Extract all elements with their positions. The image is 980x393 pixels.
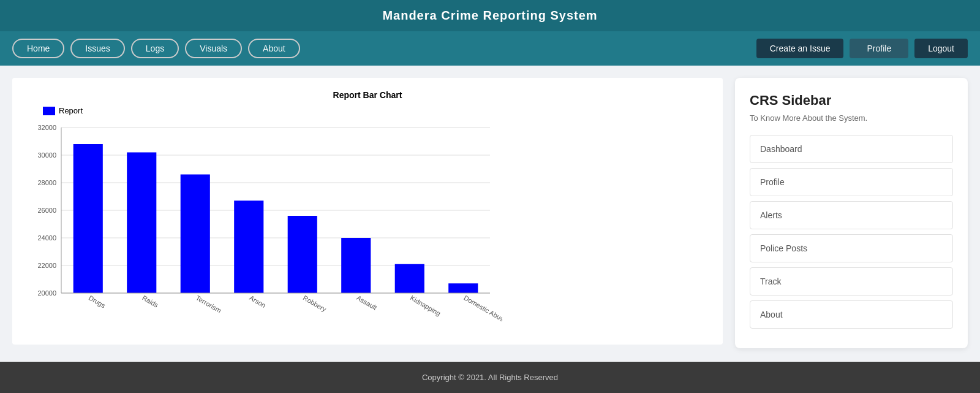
main-content: Report Bar Chart Report 2000022000240002… (0, 66, 980, 362)
chart-title: Report Bar Chart (24, 90, 710, 100)
sidebar-item-profile[interactable]: Profile (750, 168, 953, 196)
svg-rect-20 (234, 200, 263, 293)
sidebar-item-track[interactable]: Track (750, 267, 953, 296)
bar-chart-svg: 20000220002400026000280003000032000Drugs… (24, 121, 502, 330)
sidebar-title: CRS Sidebar (750, 93, 953, 109)
nav-right: Create an IssueProfileLogout (756, 39, 968, 58)
svg-rect-22 (288, 216, 317, 293)
legend-label: Report (59, 106, 83, 115)
svg-text:Drugs: Drugs (88, 294, 107, 309)
svg-text:Terrorism: Terrorism (195, 294, 223, 314)
app-title: Mandera Crime Reporting System (382, 9, 597, 22)
footer-text: Copyright © 2021. All Rights Reserved (422, 373, 558, 382)
nav-left: HomeIssuesLogsVisualsAbout (12, 39, 756, 58)
nav-item-home[interactable]: Home (12, 39, 64, 58)
header: Mandera Crime Reporting System (0, 0, 980, 31)
svg-text:24000: 24000 (37, 234, 56, 242)
svg-rect-26 (395, 264, 424, 293)
nav-item-issues[interactable]: Issues (70, 39, 124, 58)
nav-item-about[interactable]: About (248, 39, 300, 58)
sidebar-items-list: DashboardProfileAlertsPolice PostsTrackA… (750, 135, 953, 329)
chart-container: Report Bar Chart Report 2000022000240002… (12, 78, 723, 345)
svg-text:Kidnapping: Kidnapping (409, 294, 442, 317)
svg-rect-16 (127, 153, 156, 294)
chart-svg-wrapper: 20000220002400026000280003000032000Drugs… (24, 121, 710, 332)
svg-text:30000: 30000 (37, 151, 56, 159)
svg-text:Domestic Abuse: Domestic Abuse (462, 294, 502, 324)
footer: Copyright © 2021. All Rights Reserved (0, 362, 980, 393)
svg-text:Robbery: Robbery (302, 294, 328, 313)
legend-color-box (43, 107, 55, 115)
nav-item-logout[interactable]: Logout (914, 39, 968, 58)
navbar: HomeIssuesLogsVisualsAbout Create an Iss… (0, 31, 980, 66)
svg-text:28000: 28000 (37, 179, 56, 186)
sidebar-item-police-posts[interactable]: Police Posts (750, 234, 953, 262)
nav-item-visuals[interactable]: Visuals (185, 39, 242, 58)
nav-item-create-issue[interactable]: Create an Issue (756, 39, 844, 58)
sidebar-subtitle: To Know More About the System. (750, 113, 953, 123)
nav-item-logs[interactable]: Logs (131, 39, 179, 58)
svg-rect-28 (448, 283, 478, 293)
svg-text:26000: 26000 (37, 207, 56, 214)
svg-text:Raids: Raids (141, 294, 160, 309)
svg-rect-24 (341, 238, 371, 293)
sidebar-item-about[interactable]: About (750, 300, 953, 329)
sidebar-item-alerts[interactable]: Alerts (750, 201, 953, 229)
svg-text:Assault: Assault (355, 294, 378, 311)
svg-rect-14 (74, 144, 103, 293)
svg-text:32000: 32000 (37, 124, 56, 131)
svg-text:20000: 20000 (37, 289, 56, 297)
chart-legend: Report (24, 106, 710, 115)
svg-text:22000: 22000 (37, 262, 56, 269)
nav-item-profile[interactable]: Profile (850, 39, 908, 58)
svg-rect-18 (181, 175, 210, 294)
sidebar-item-dashboard[interactable]: Dashboard (750, 135, 953, 163)
svg-text:Arson: Arson (248, 294, 267, 309)
crs-sidebar: CRS Sidebar To Know More About the Syste… (735, 78, 968, 348)
